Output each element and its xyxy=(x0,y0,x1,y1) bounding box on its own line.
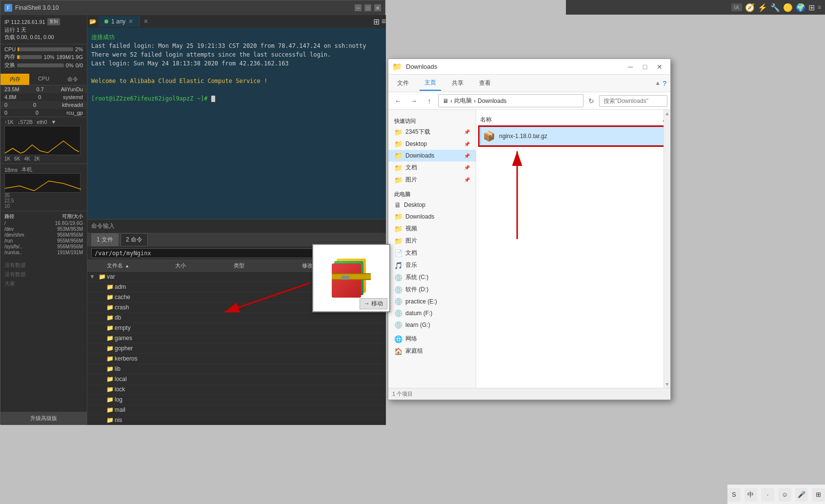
term-line xyxy=(91,68,382,77)
sidebar-item-network[interactable]: 🌐 网络 xyxy=(388,333,476,345)
file-item-nginx[interactable]: 📦 nginx-1.18.0.tar.gz xyxy=(480,126,666,146)
drive-icon: 💿 xyxy=(394,298,402,305)
mem-detail: 189M/1.9G xyxy=(57,54,83,60)
drive-icon: 💿 xyxy=(394,321,402,329)
forward-button[interactable]: → xyxy=(407,94,421,108)
win-title: Downloads xyxy=(406,63,437,70)
search-input[interactable] xyxy=(599,95,667,107)
upgrade-button[interactable]: 升级高级版 xyxy=(0,412,87,425)
folder-icon: 📁 xyxy=(105,345,115,352)
list-item[interactable]: 📁 log xyxy=(87,395,386,405)
minimize-button[interactable]: ─ xyxy=(355,4,362,11)
apps-icon[interactable]: ⊞ xyxy=(808,3,815,12)
list-item[interactable]: 📁 lock xyxy=(87,384,386,395)
sidebar-item-e-drive[interactable]: 💿 practice (E:) xyxy=(388,296,476,307)
win-ribbon: 文件 主页 共享 查看 ▲ ? xyxy=(388,75,670,92)
ip-address: IP 112.126.61.91 xyxy=(4,19,45,25)
win-maximize-button[interactable]: □ xyxy=(638,60,652,74)
tab-mem[interactable]: 内存 xyxy=(0,74,29,85)
ia-icon[interactable]: IA xyxy=(731,3,742,11)
folder-icon: 📁 xyxy=(105,386,115,393)
list-item[interactable]: 📁 local xyxy=(87,374,386,384)
terminal-tab[interactable]: 1 any ✕ xyxy=(99,16,140,27)
chrome-icon[interactable]: 🟡 xyxy=(783,3,793,12)
win-minimize-button[interactable]: ─ xyxy=(624,60,637,74)
term-line xyxy=(91,85,382,94)
sidebar-item-d-drive[interactable]: 💿 软件 (D:) xyxy=(388,283,476,296)
ime-s-icon[interactable]: S xyxy=(727,488,741,502)
bolt-icon[interactable]: ⚡ xyxy=(758,3,767,12)
path-separator: › xyxy=(450,98,452,104)
ime-zh-icon[interactable]: 中 xyxy=(745,488,758,502)
tab-cmd[interactable]: 命令 xyxy=(58,74,87,85)
process-row: 23.5M0.7AliYunDu xyxy=(0,85,87,93)
up-button[interactable]: ↑ xyxy=(423,94,436,108)
folder-icon: 📁 xyxy=(105,314,115,321)
close-button[interactable]: ✕ xyxy=(374,4,381,11)
disk-row: /run955M/956M xyxy=(4,238,83,243)
disk-header-path: 路径 xyxy=(4,213,14,220)
sidebar-item-music[interactable]: 🎵 音乐 xyxy=(388,259,476,271)
process-row: 00kthreadd xyxy=(0,101,87,109)
help-icon[interactable]: ? xyxy=(663,80,666,87)
address-path[interactable]: 🖥 › 此电脑 › Downloads xyxy=(438,94,584,107)
sidebar-item-documents[interactable]: 📄 文档 xyxy=(388,247,476,259)
list-view-button[interactable]: ≡ xyxy=(382,17,386,26)
list-item[interactable]: 📁 mail xyxy=(87,405,386,415)
sidebar-item-pics-quick[interactable]: 📁 图片 📌 xyxy=(388,174,476,186)
winrar-icon-stack xyxy=(332,259,371,298)
titlebar-controls: ─ □ ✕ xyxy=(355,4,381,11)
ribbon-tab-view[interactable]: 查看 xyxy=(474,76,496,90)
sidebar-item-2345[interactable]: 📁 2345下载 📌 xyxy=(388,126,476,138)
tab-cpu[interactable]: CPU xyxy=(29,74,58,85)
back-button[interactable]: ← xyxy=(391,94,405,108)
compass-icon[interactable]: 🧭 xyxy=(745,3,755,12)
sidebar-item-pictures[interactable]: 📁 图片 xyxy=(388,235,476,247)
sidebar-item-downloads-pc[interactable]: 📁 Downloads xyxy=(388,211,476,222)
tab-close-button[interactable]: ✕ xyxy=(128,18,133,25)
grid-view-button[interactable]: ⊞ xyxy=(373,17,380,26)
list-item[interactable]: 📁 lib xyxy=(87,364,386,374)
ribbon-tab-home[interactable]: 主页 xyxy=(420,76,441,91)
terminal-area[interactable]: 连接成功 Last failed login: Mon May 25 19:21… xyxy=(87,29,386,234)
win-close-button[interactable]: ✕ xyxy=(653,60,666,74)
ribbon-tab-file[interactable]: 文件 xyxy=(392,76,414,90)
wrench-icon[interactable]: 🔧 xyxy=(770,3,780,12)
tab-add-button[interactable]: ✕ xyxy=(140,16,152,27)
folder-icon: 📁 xyxy=(394,213,402,221)
sidebar-item-desktop-pc[interactable]: 🖥 Desktop xyxy=(388,199,476,211)
sidebar-item-g-drive[interactable]: 💿 learn (G:) xyxy=(388,319,476,331)
list-item[interactable]: 📁 kerberos xyxy=(87,354,386,364)
sidebar-item-videos[interactable]: 📁 视频 xyxy=(388,222,476,235)
scrollbar[interactable]: ▲ ▼ xyxy=(664,110,670,388)
sidebar-item-f-drive[interactable]: 💿 datum (F:) xyxy=(388,307,476,319)
maximize-button[interactable]: □ xyxy=(364,4,371,11)
move-button[interactable]: → 移动 xyxy=(360,298,387,309)
sidebar-item-c-drive[interactable]: 💿 系统 (C:) xyxy=(388,271,476,283)
list-item[interactable]: 📁 games xyxy=(87,333,386,343)
ribbon-tab-share[interactable]: 共享 xyxy=(447,76,468,90)
sidebar-item-desktop-quick[interactable]: 📁 Desktop 📌 xyxy=(388,138,476,150)
sidebar-item-downloads-quick[interactable]: 📁 Downloads 📌 xyxy=(388,150,476,161)
no-data-area: 没有数据 没有数据 大家 xyxy=(0,258,87,297)
list-item[interactable]: 📁 empty xyxy=(87,323,386,333)
refresh-button[interactable]: ↻ xyxy=(585,95,597,107)
list-item[interactable]: 📁 nis xyxy=(87,415,386,425)
earth-icon[interactable]: 🌍 xyxy=(796,3,805,12)
file-tab-commands[interactable]: 2 命令 xyxy=(121,233,148,246)
list-item[interactable]: 📁 gopher xyxy=(87,343,386,354)
ime-grid-icon[interactable]: ⊞ xyxy=(812,488,825,502)
ime-dot-icon[interactable]: · xyxy=(761,488,774,502)
sidebar-item-homegroup[interactable]: 🏠 家庭组 xyxy=(388,345,476,357)
copy-ip-button[interactable]: 复制 xyxy=(47,18,60,25)
menu-icon[interactable]: ≡ xyxy=(818,4,821,11)
list-item[interactable]: 📁 db xyxy=(87,313,386,323)
ribbon-collapse-icon[interactable]: ▲ xyxy=(655,80,661,87)
tab-status-dot xyxy=(104,20,108,23)
sidebar-item-docs-quick[interactable]: 📁 文档 📌 xyxy=(388,161,476,174)
file-tab-files[interactable]: 1 文件 xyxy=(91,233,119,246)
ime-emoji-icon[interactable]: ☺ xyxy=(778,488,791,502)
ime-mic-icon[interactable]: 🎤 xyxy=(795,488,808,502)
this-pc-header: 此电脑 xyxy=(388,188,476,199)
network-sparkline xyxy=(5,126,81,156)
